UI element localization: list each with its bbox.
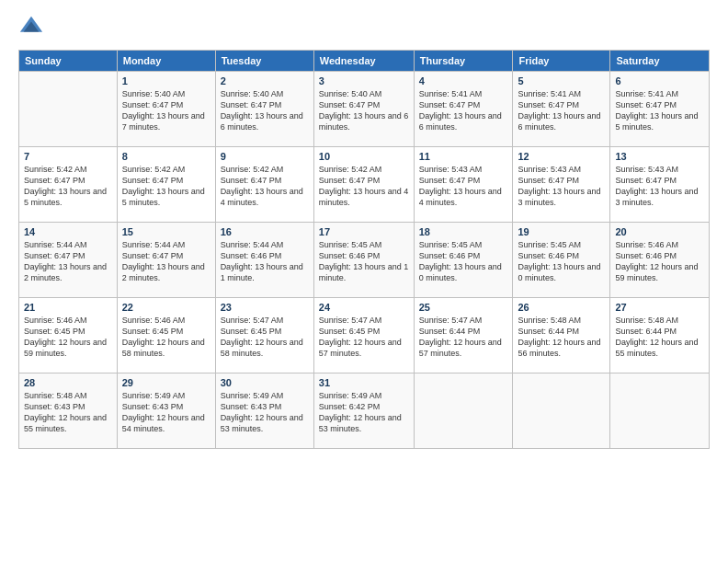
header-row: SundayMondayTuesdayWednesdayThursdayFrid… [19,51,710,72]
day-number: 14 [24,226,112,237]
day-info: Sunrise: 5:49 AMSunset: 6:43 PMDaylight:… [122,390,210,435]
day-info: Sunrise: 5:41 AMSunset: 6:47 PMDaylight:… [419,88,508,133]
calendar-cell: 25Sunrise: 5:47 AMSunset: 6:44 PMDayligh… [414,298,513,373]
day-number: 6 [615,75,704,86]
day-number: 2 [221,75,309,86]
day-info: Sunrise: 5:48 AMSunset: 6:44 PMDaylight:… [518,315,605,360]
weekday-header: Tuesday [215,51,313,72]
calendar-cell: 26Sunrise: 5:48 AMSunset: 6:44 PMDayligh… [513,298,610,373]
day-info: Sunrise: 5:41 AMSunset: 6:47 PMDaylight:… [615,88,704,133]
calendar-cell: 16Sunrise: 5:44 AMSunset: 6:46 PMDayligh… [215,223,313,298]
calendar-cell: 18Sunrise: 5:45 AMSunset: 6:46 PMDayligh… [414,223,513,298]
day-number: 11 [419,151,508,162]
day-number: 22 [122,302,210,313]
day-info: Sunrise: 5:40 AMSunset: 6:47 PMDaylight:… [122,88,210,133]
logo-icon [18,15,44,40]
day-number: 8 [122,151,210,162]
calendar-cell: 3Sunrise: 5:40 AMSunset: 6:47 PMDaylight… [313,72,414,147]
day-number: 21 [24,302,112,313]
day-number: 7 [24,151,112,162]
day-number: 16 [221,226,309,237]
day-number: 18 [419,226,508,237]
day-info: Sunrise: 5:49 AMSunset: 6:43 PMDaylight:… [221,390,309,435]
day-number: 4 [419,75,508,86]
calendar-cell: 11Sunrise: 5:43 AMSunset: 6:47 PMDayligh… [414,147,513,223]
calendar-header: SundayMondayTuesdayWednesdayThursdayFrid… [19,51,710,72]
day-number: 25 [419,302,508,313]
day-number: 5 [518,75,605,86]
day-number: 9 [221,151,309,162]
calendar-cell: 19Sunrise: 5:45 AMSunset: 6:46 PMDayligh… [513,223,610,298]
day-info: Sunrise: 5:40 AMSunset: 6:47 PMDaylight:… [319,88,409,133]
day-info: Sunrise: 5:47 AMSunset: 6:45 PMDaylight:… [319,315,409,360]
calendar-cell [610,373,710,449]
calendar-cell: 2Sunrise: 5:40 AMSunset: 6:47 PMDaylight… [215,72,313,147]
calendar-cell: 23Sunrise: 5:47 AMSunset: 6:45 PMDayligh… [215,298,313,373]
day-number: 31 [319,377,409,388]
day-number: 12 [518,151,605,162]
calendar-week-row: 21Sunrise: 5:46 AMSunset: 6:45 PMDayligh… [19,298,710,373]
day-info: Sunrise: 5:44 AMSunset: 6:47 PMDaylight:… [122,239,210,284]
weekday-header: Wednesday [313,51,414,72]
day-number: 1 [122,75,210,86]
day-info: Sunrise: 5:46 AMSunset: 6:46 PMDaylight:… [615,239,704,284]
day-number: 27 [615,302,704,313]
weekday-header: Friday [513,51,610,72]
calendar-cell: 21Sunrise: 5:46 AMSunset: 6:45 PMDayligh… [19,298,118,373]
calendar-cell: 22Sunrise: 5:46 AMSunset: 6:45 PMDayligh… [117,298,215,373]
day-info: Sunrise: 5:44 AMSunset: 6:47 PMDaylight:… [24,239,112,284]
calendar-cell [513,373,610,449]
calendar-cell [19,72,118,147]
day-number: 15 [122,226,210,237]
day-info: Sunrise: 5:43 AMSunset: 6:47 PMDaylight:… [518,164,605,209]
calendar-table: SundayMondayTuesdayWednesdayThursdayFrid… [18,50,710,449]
day-number: 28 [24,377,112,388]
weekday-header: Monday [117,51,215,72]
weekday-header: Saturday [610,51,710,72]
header [18,15,710,40]
day-info: Sunrise: 5:46 AMSunset: 6:45 PMDaylight:… [122,315,210,360]
day-info: Sunrise: 5:44 AMSunset: 6:46 PMDaylight:… [221,239,309,284]
page: SundayMondayTuesdayWednesdayThursdayFrid… [0,0,728,563]
day-info: Sunrise: 5:49 AMSunset: 6:42 PMDaylight:… [319,390,409,435]
calendar-cell: 15Sunrise: 5:44 AMSunset: 6:47 PMDayligh… [117,223,215,298]
calendar-cell: 4Sunrise: 5:41 AMSunset: 6:47 PMDaylight… [414,72,513,147]
calendar-cell: 13Sunrise: 5:43 AMSunset: 6:47 PMDayligh… [610,147,710,223]
calendar-cell: 20Sunrise: 5:46 AMSunset: 6:46 PMDayligh… [610,223,710,298]
calendar-cell: 5Sunrise: 5:41 AMSunset: 6:47 PMDaylight… [513,72,610,147]
calendar-cell: 14Sunrise: 5:44 AMSunset: 6:47 PMDayligh… [19,223,118,298]
day-info: Sunrise: 5:42 AMSunset: 6:47 PMDaylight:… [122,164,210,209]
day-info: Sunrise: 5:40 AMSunset: 6:47 PMDaylight:… [221,88,309,133]
day-info: Sunrise: 5:42 AMSunset: 6:47 PMDaylight:… [221,164,309,209]
day-info: Sunrise: 5:45 AMSunset: 6:46 PMDaylight:… [518,239,605,284]
day-number: 30 [221,377,309,388]
day-info: Sunrise: 5:43 AMSunset: 6:47 PMDaylight:… [615,164,704,209]
day-number: 3 [319,75,409,86]
calendar-body: 1Sunrise: 5:40 AMSunset: 6:47 PMDaylight… [19,72,710,449]
calendar-cell: 10Sunrise: 5:42 AMSunset: 6:47 PMDayligh… [313,147,414,223]
day-info: Sunrise: 5:48 AMSunset: 6:43 PMDaylight:… [24,390,112,435]
day-number: 23 [221,302,309,313]
calendar-week-row: 14Sunrise: 5:44 AMSunset: 6:47 PMDayligh… [19,223,710,298]
calendar-cell: 6Sunrise: 5:41 AMSunset: 6:47 PMDaylight… [610,72,710,147]
day-number: 26 [518,302,605,313]
day-number: 10 [319,151,409,162]
calendar-cell: 1Sunrise: 5:40 AMSunset: 6:47 PMDaylight… [117,72,215,147]
day-info: Sunrise: 5:47 AMSunset: 6:45 PMDaylight:… [221,315,309,360]
calendar-cell: 30Sunrise: 5:49 AMSunset: 6:43 PMDayligh… [215,373,313,449]
day-info: Sunrise: 5:45 AMSunset: 6:46 PMDaylight:… [319,239,409,284]
day-number: 19 [518,226,605,237]
day-info: Sunrise: 5:45 AMSunset: 6:46 PMDaylight:… [419,239,508,284]
weekday-header: Thursday [414,51,513,72]
day-info: Sunrise: 5:42 AMSunset: 6:47 PMDaylight:… [319,164,409,209]
calendar-cell: 8Sunrise: 5:42 AMSunset: 6:47 PMDaylight… [117,147,215,223]
day-number: 29 [122,377,210,388]
calendar-cell: 17Sunrise: 5:45 AMSunset: 6:46 PMDayligh… [313,223,414,298]
calendar-cell: 28Sunrise: 5:48 AMSunset: 6:43 PMDayligh… [19,373,118,449]
calendar-week-row: 1Sunrise: 5:40 AMSunset: 6:47 PMDaylight… [19,72,710,147]
day-info: Sunrise: 5:42 AMSunset: 6:47 PMDaylight:… [24,164,112,209]
weekday-header: Sunday [19,51,118,72]
calendar-cell: 12Sunrise: 5:43 AMSunset: 6:47 PMDayligh… [513,147,610,223]
day-info: Sunrise: 5:48 AMSunset: 6:44 PMDaylight:… [615,315,704,360]
day-number: 20 [615,226,704,237]
